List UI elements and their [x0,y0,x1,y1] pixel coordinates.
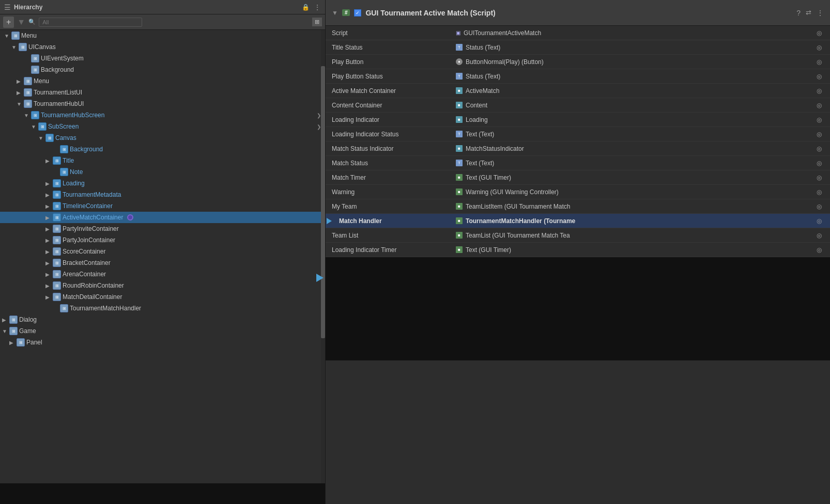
label-tournamenthubui: TournamentHubUI [34,100,84,107]
field-row-match-handler: Match Handler ■ TournamentMatchHandler (… [326,214,830,228]
arrow-timelinecontainer [45,203,53,209]
scrollbar-track[interactable] [321,30,325,483]
label-menu2: Menu [34,77,49,85]
label-dialog: Dialog [19,316,37,323]
field-row-content-container: Content Container ■ Content ◎ [326,98,830,113]
collapse-arrow-icon[interactable]: ▼ [332,9,338,17]
script-target-button[interactable]: ◎ [814,29,824,37]
circle-connector [127,214,133,220]
value-play-button-status: Status (Text) [466,73,500,80]
tree-item-activematchcontainer[interactable]: ⊞ ActiveMatchContainer [0,212,325,223]
tree-item-tournamentlistui[interactable]: ⊞ TournamentListUI [0,87,325,98]
tree-item-scorecontainer[interactable]: ⊞ ScoreContainer [0,246,325,257]
tree-item-menu2[interactable]: ⊞ Menu [0,75,325,87]
tree-item-tournamentmatchhandler[interactable]: ⊞ TournamentMatchHandler [0,303,325,314]
icon-canvas: ⊞ [45,134,54,142]
tree-item-tournamenthubscreen[interactable]: ⊞ TournamentHubScreen ❯ [0,109,325,121]
field-row-play-button-status: Play Button Status T Status (Text) ◎ [326,69,830,84]
tree-item-roundrobincontainer[interactable]: ⊞ RoundRobinContainer [0,280,325,291]
help-icon[interactable]: ? [796,9,801,17]
field-value-play-button: ● ButtonNormal(Play) (Button) [456,58,814,66]
label-game: Game [19,327,36,335]
target-loading-indicator[interactable]: ◎ [814,116,824,123]
scrollbar-thumb[interactable] [321,66,325,338]
field-row-match-status-indicator: Match Status Indicator ■ MatchStatusIndi… [326,141,830,156]
target-play-button-status[interactable]: ◎ [814,73,824,80]
target-loading-indicator-timer[interactable]: ◎ [814,246,824,254]
label-uicanvas: UICanvas [28,43,56,51]
target-match-timer[interactable]: ◎ [814,174,824,181]
tree-item-subscreen[interactable]: ⊞ SubScreen ❯ [0,121,325,132]
icon-tournamenthubui: ⊞ [24,100,32,108]
icon-partyjoincontainer: ⊞ [53,236,61,244]
target-active-match-container[interactable]: ◎ [814,87,824,94]
more-icon[interactable]: ⋮ [817,9,824,17]
tree-item-arenacontainer[interactable]: ⊞ ArenaContainer [0,269,325,280]
inspector-content: Script ▣ GUITournamentActiveMatch ◎ Titl… [326,26,830,504]
target-loading-indicator-status[interactable]: ◎ [814,131,824,138]
label-tournamentmetadata: TournamentMetadata [63,191,121,198]
tree-item-tournamentmetadata[interactable]: ⊞ TournamentMetadata [0,189,325,200]
target-match-status-indicator[interactable]: ◎ [814,145,824,152]
inspector-header: ▼ # ✓ GUI Tournament Active Match (Scrip… [326,0,830,26]
tree-item-bracketcontainer[interactable]: ⊞ BracketContainer [0,257,325,269]
hierarchy-panel: ☰ Hierarchy 🔒 ⋮ + ▼ 🔍 ⊞ ⊞ Menu ⊞ UICanva… [0,0,326,504]
tree-item-note[interactable]: ⊞ Note [0,166,325,178]
value-loading-indicator: Loading [466,116,488,123]
settings-icon[interactable]: ⇄ [806,9,811,17]
tree-item-uicanvas[interactable]: ⊞ UICanvas [0,41,325,53]
tree-item-tournamenthubui[interactable]: ⊞ TournamentHubUI [0,98,325,109]
arrow-tournamentmetadata [45,192,53,198]
target-title-status[interactable]: ◎ [814,44,824,51]
field-value-title-status: T Status (Text) [456,44,814,51]
label-panel: Panel [26,339,42,346]
field-label-my-team: My Team [332,203,456,210]
field-label-match-status-indicator: Match Status Indicator [332,145,456,152]
tree-item-matchdetailcontainer[interactable]: ⊞ MatchDetailContainer [0,291,325,303]
target-match-status[interactable]: ◎ [814,160,824,167]
enabled-checkbox[interactable]: ✓ [354,9,361,17]
target-play-button[interactable]: ◎ [814,58,824,66]
tree-item-uieventsystem[interactable]: ⊞ UIEventSystem [0,53,325,64]
tree-item-loading[interactable]: ⊞ Loading [0,178,325,189]
label-partyjoincontainer: PartyJoinContainer [63,237,115,244]
arrow-partyjoincontainer [45,238,53,243]
icon-bracketcontainer: ⊞ [53,259,61,267]
target-warning[interactable]: ◎ [814,188,824,196]
search-input[interactable] [39,18,142,27]
arrow-canvas [38,135,45,141]
tree-item-menu[interactable]: ⊞ Menu [0,30,325,41]
value-content-container: Content [466,102,487,109]
tree-item-game[interactable]: ⊞ Game [0,325,325,337]
tree-item-panel[interactable]: ⊞ Panel [0,337,325,348]
tree-item-background2[interactable]: ⊞ Background [0,144,325,155]
target-team-list[interactable]: ◎ [814,232,824,239]
icon-title-status: T [456,44,463,51]
icon-match-status: T [456,160,463,166]
value-my-team: TeamListItem (GUI Tournament Match [466,203,571,210]
add-button[interactable]: + [3,17,14,28]
target-content-container[interactable]: ◎ [814,102,824,109]
tree-item-background1[interactable]: ⊞ Background [0,64,325,75]
icon-subscreen: ⊞ [38,122,47,131]
field-row-play-button: Play Button ● ButtonNormal(Play) (Button… [326,55,830,69]
tree-item-partyinvitecontainer[interactable]: ⊞ PartyInviteContainer [0,223,325,234]
scene-button[interactable]: ⊞ [312,18,322,26]
tree-item-canvas[interactable]: ⊞ Canvas [0,132,325,144]
tree-item-partyjoincontainer[interactable]: ⊞ PartyJoinContainer [0,234,325,246]
tree-item-dialog[interactable]: ⊞ Dialog [0,314,325,325]
field-value-match-status: T Text (Text) [456,160,814,167]
field-value-team-list: ■ TeamList (GUI Tournament Match Tea [456,232,814,239]
lock-icon: 🔒 [302,4,310,11]
tree-item-timelinecontainer[interactable]: ⊞ TimelineContainer [0,200,325,212]
inspector-title: GUI Tournament Active Match (Script) [365,9,495,17]
field-label-title-status: Title Status [332,44,456,51]
icon-title: ⊞ [53,156,61,165]
arrow-tournamenthubscreen [24,113,31,118]
icon-background1: ⊞ [31,66,39,74]
target-match-handler[interactable]: ◎ [814,217,824,225]
tree-item-title[interactable]: ⊞ Title [0,155,325,166]
target-my-team[interactable]: ◎ [814,203,824,210]
dots-menu-icon[interactable]: ⋮ [314,3,321,11]
field-value-loading-indicator-status: T Text (Text) [456,131,814,138]
